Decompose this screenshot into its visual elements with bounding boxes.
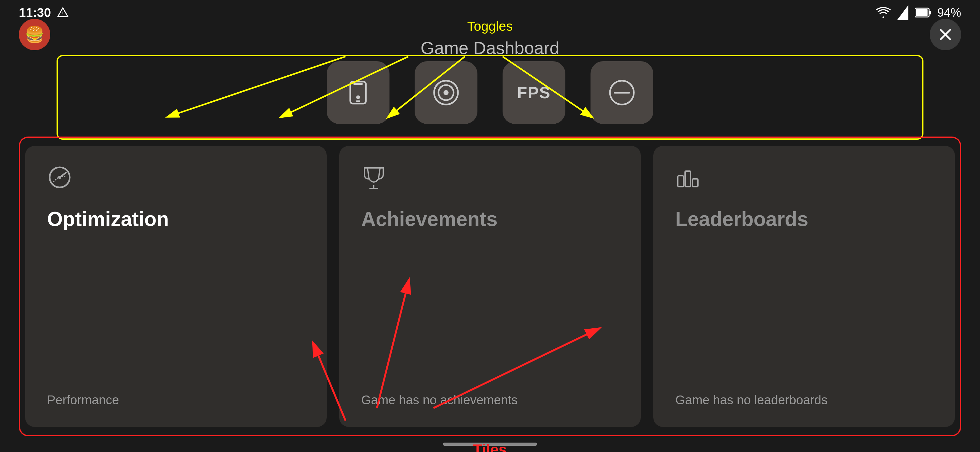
svg-rect-8 [353, 83, 363, 85]
signal-icon [897, 5, 908, 20]
screenshot-toggle[interactable] [327, 61, 390, 124]
optimization-icon [47, 165, 305, 195]
svg-text:!: ! [62, 11, 64, 16]
svg-rect-21 [685, 171, 691, 187]
svg-rect-20 [678, 176, 684, 187]
tiles-row: Optimization Performance Achievements Ga… [25, 146, 955, 427]
status-bar-right: 94% [876, 5, 961, 20]
battery-icon [915, 7, 931, 18]
title-area: Toggles Game Dashboard [25, 38, 955, 58]
optimization-tile[interactable]: Optimization Performance [25, 146, 327, 427]
main-content: Toggles Game Dashboard [0, 25, 980, 433]
leaderboards-tile[interactable]: Leaderboards Game has no leaderboards [653, 146, 955, 427]
tiles-label: Tiles [473, 441, 507, 452]
svg-rect-10 [356, 100, 360, 102]
svg-rect-4 [916, 9, 928, 16]
svg-point-9 [356, 95, 360, 99]
svg-point-13 [444, 90, 449, 95]
toggles-container: FPS [25, 61, 955, 133]
fps-toggle[interactable]: FPS [503, 61, 565, 124]
record-toggle[interactable] [415, 61, 477, 124]
wifi-icon [876, 6, 891, 19]
fps-label: FPS [517, 83, 550, 102]
achievements-icon [361, 165, 619, 195]
svg-marker-1 [897, 5, 908, 20]
leaderboards-title: Leaderboards [675, 208, 933, 231]
achievements-tile[interactable]: Achievements Game has no achievements [339, 146, 641, 427]
svg-rect-3 [929, 11, 931, 14]
status-bar: 11:30 ! 94% [0, 0, 980, 25]
achievements-title: Achievements [361, 208, 619, 231]
minus-circle-icon [608, 78, 636, 107]
status-time: 11:30 [19, 6, 51, 20]
screenshot-icon [344, 78, 372, 107]
dashboard-title: Game Dashboard [421, 38, 559, 58]
warning-icon: ! [57, 7, 68, 18]
battery-percent: 94% [937, 6, 961, 19]
status-bar-left: 11:30 ! [19, 6, 68, 20]
optimization-subtitle: Performance [47, 392, 305, 408]
leaderboards-icon [675, 165, 933, 195]
svg-rect-22 [692, 179, 698, 187]
optimization-title: Optimization [47, 208, 305, 231]
svg-rect-7 [350, 82, 366, 103]
achievements-subtitle: Game has no achievements [361, 392, 619, 408]
minus-toggle[interactable] [590, 61, 653, 124]
leaderboards-subtitle: Game has no leaderboards [675, 392, 933, 408]
tiles-section: Tiles Optimization Performance [25, 143, 955, 427]
record-icon [432, 78, 460, 107]
